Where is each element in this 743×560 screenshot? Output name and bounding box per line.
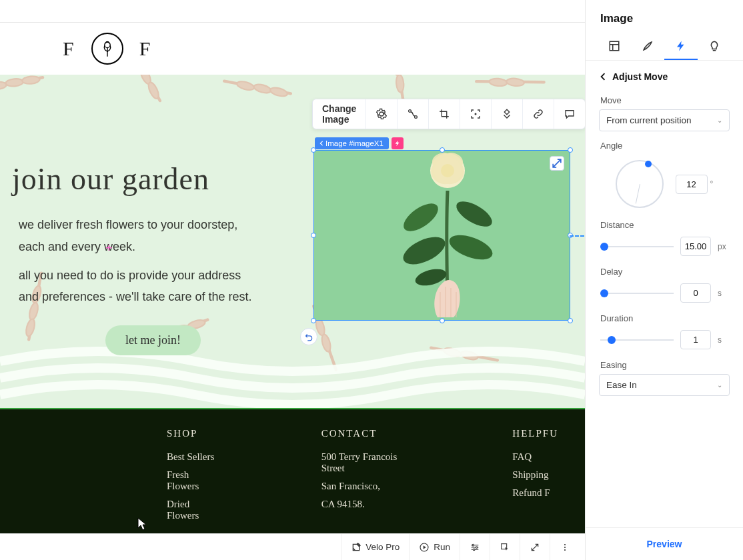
link-icon[interactable] (523, 99, 554, 129)
site-logo: F F (63, 33, 151, 65)
delay-unit: s (718, 289, 728, 298)
velo-button[interactable]: Velo Pro (341, 534, 409, 561)
angle-input[interactable] (676, 175, 708, 194)
distance-input[interactable]: 15.00 (680, 237, 711, 256)
hero-title: join our garden (12, 161, 305, 197)
footer-link[interactable]: Refund F (512, 487, 558, 499)
anchor-marker-icon: + (105, 241, 113, 255)
footer-link[interactable]: Best Sellers (167, 451, 215, 463)
move-select[interactable]: From current position ⌄ (599, 109, 730, 131)
resize-handle[interactable] (440, 318, 445, 323)
delay-input[interactable]: 0 (680, 283, 711, 303)
svg-rect-35 (610, 41, 619, 51)
comment-icon[interactable] (554, 99, 585, 129)
footer-heading: CONTACT (321, 428, 406, 439)
tab-layout-icon[interactable] (598, 33, 631, 60)
panel-title: Image (586, 0, 743, 33)
join-button[interactable]: let me join! (105, 325, 201, 355)
tab-tips-icon[interactable] (698, 33, 731, 60)
footer-link[interactable]: Fresh Flowers (167, 469, 215, 492)
element-id-badge[interactable]: Image #imageX1 (315, 137, 389, 149)
angle-indicator (635, 184, 640, 204)
distance-unit: px (718, 242, 728, 251)
svg-point-3 (22, 75, 40, 84)
angle-label: Angle (586, 131, 743, 155)
svg-point-39 (473, 549, 475, 551)
alignment-guide (570, 235, 584, 237)
path-icon[interactable] (398, 99, 429, 129)
hero-sub-line: each and every week. (19, 237, 305, 257)
more-icon[interactable] (550, 534, 580, 561)
delay-label: Delay (586, 257, 743, 281)
footer-link[interactable]: Shipping (512, 469, 558, 481)
inspector-panel: Image Adjust Move Move From current posi… (585, 0, 743, 560)
svg-point-8 (253, 83, 271, 94)
animation-badge-icon[interactable] (392, 137, 404, 149)
angle-dial[interactable] (616, 160, 664, 208)
crop-icon[interactable] (429, 99, 460, 129)
preview-button[interactable]: Preview (647, 539, 682, 549)
bottom-toolbar: Velo Pro Run (0, 533, 585, 560)
resize-handle[interactable] (311, 233, 316, 238)
editor-canvas[interactable]: join our garden we deliver fresh flowers… (0, 75, 585, 533)
easing-select-value: Ease In (606, 380, 637, 390)
back-button[interactable]: Adjust Move (586, 61, 743, 86)
rose-image (384, 144, 504, 324)
animation-icon[interactable] (492, 99, 523, 129)
logo-emblem (91, 33, 123, 65)
svg-point-42 (564, 546, 566, 547)
tab-animation-icon[interactable] (664, 33, 698, 60)
svg-point-31 (441, 164, 454, 177)
resize-handle[interactable] (568, 318, 573, 323)
footer-col-contact: CONTACT 500 Terry Francois Street San Fr… (321, 428, 406, 528)
move-label: Move (586, 86, 743, 109)
duration-label: Duration (586, 304, 743, 327)
hero-section: join our garden we deliver fresh flowers… (0, 75, 585, 408)
focus-icon[interactable] (460, 99, 492, 129)
svg-point-26 (399, 198, 442, 236)
duration-slider[interactable] (600, 334, 674, 346)
footer-text: San Francisco, (321, 481, 406, 492)
svg-point-13 (506, 78, 524, 87)
fullscreen-icon[interactable] (520, 534, 550, 561)
hero-sub-line: all you need to do is provide your addre… (19, 266, 305, 285)
undo-icon[interactable] (300, 328, 317, 345)
logo-letter-right: F (139, 37, 152, 60)
svg-point-2 (5, 78, 23, 87)
inspect-icon[interactable] (490, 534, 520, 561)
footer-link[interactable]: Dried Flowers (167, 499, 215, 521)
angle-handle[interactable] (645, 161, 652, 167)
logo-letter-left: F (63, 37, 75, 60)
footer-heading: HELPFU (512, 428, 558, 439)
element-badge-row: Image #imageX1 (315, 137, 404, 149)
change-image-button[interactable]: Change Image (313, 99, 366, 129)
svg-point-33 (415, 116, 418, 119)
hero-text: join our garden we deliver fresh flowers… (12, 161, 305, 355)
delay-slider[interactable] (600, 287, 674, 299)
hero-sub-line: we deliver fresh flowers to your doorste… (19, 215, 305, 235)
resize-handle[interactable] (440, 147, 445, 153)
svg-point-11 (396, 75, 404, 93)
svg-point-37 (472, 544, 474, 546)
duration-unit: s (718, 335, 728, 345)
expand-icon[interactable] (550, 156, 564, 171)
selected-image-frame[interactable] (313, 150, 570, 321)
duration-input[interactable]: 1 (680, 330, 711, 349)
panel-tabs (586, 33, 743, 61)
settings-icon[interactable] (366, 99, 398, 129)
footer-text: CA 94158. (321, 499, 406, 510)
run-button[interactable]: Run (409, 534, 460, 561)
element-toolbar: Change Image (312, 99, 585, 129)
leaf-decoration (0, 75, 69, 138)
svg-point-34 (475, 113, 477, 115)
svg-point-41 (564, 543, 566, 545)
resize-handle[interactable] (311, 318, 316, 323)
tab-design-icon[interactable] (631, 33, 664, 60)
svg-point-32 (409, 110, 412, 113)
sliders-icon[interactable] (460, 534, 490, 561)
distance-slider[interactable] (600, 241, 674, 253)
easing-select[interactable]: Ease In ⌄ (599, 374, 730, 396)
resize-handle[interactable] (568, 147, 573, 153)
velo-label: Velo Pro (365, 542, 400, 552)
footer-link[interactable]: FAQ (512, 451, 558, 463)
